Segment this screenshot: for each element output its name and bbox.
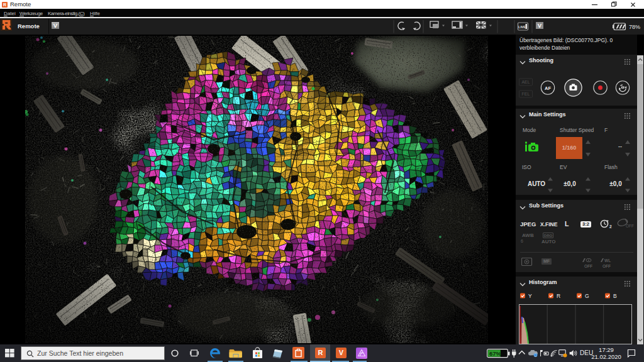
- svg-text:FEL: FEL: [522, 92, 530, 96]
- svg-text:OFF: OFF: [602, 264, 611, 268]
- svg-text:V: V: [538, 22, 542, 29]
- svg-text:OFF: OFF: [626, 224, 634, 228]
- svg-text:LIVE: LIVE: [518, 25, 526, 28]
- svg-text:2: 2: [609, 224, 612, 229]
- svg-text:67%: 67%: [489, 350, 502, 357]
- svg-text:G: G: [585, 293, 589, 299]
- svg-text:WL: WL: [604, 258, 611, 263]
- svg-text:B: B: [613, 293, 617, 299]
- svg-text:AEL: AEL: [521, 80, 530, 84]
- svg-text:Y: Y: [528, 293, 532, 299]
- svg-text:OFF: OFF: [584, 264, 592, 268]
- svg-text:78%: 78%: [629, 23, 640, 30]
- svg-text:R: R: [557, 293, 560, 299]
- svg-text:AF: AF: [545, 85, 551, 91]
